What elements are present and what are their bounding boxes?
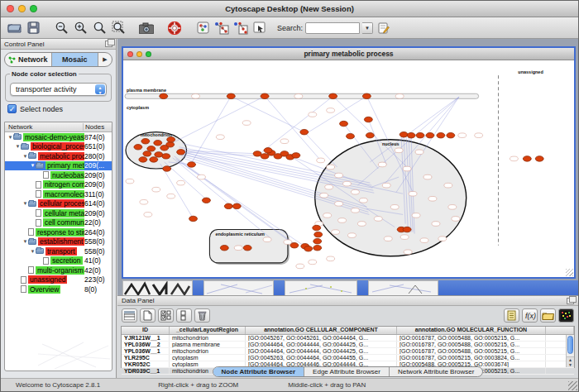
- node-color-select[interactable]: transporter activity ▲▼: [10, 83, 107, 96]
- background-window-fragment[interactable]: [203, 280, 274, 296]
- background-window-border[interactable]: [193, 280, 203, 296]
- delete-attribute-icon[interactable]: [194, 308, 210, 323]
- network-node-selected-color: [264, 148, 272, 153]
- import-attributes-icon[interactable]: [540, 308, 556, 323]
- tree-expander-icon[interactable]: ▼: [30, 249, 36, 254]
- attribute-table-header[interactable]: ID_cellularLayoutRegionannotation.GO CEL…: [122, 327, 574, 335]
- tab-network[interactable]: Network: [5, 53, 52, 66]
- window-resize-grip[interactable]: [568, 381, 577, 390]
- tab-overflow-arrow[interactable]: ▶: [98, 53, 112, 66]
- tree-row[interactable]: ▼transport558(0): [5, 246, 112, 256]
- scrollbar-thumb[interactable]: [567, 336, 573, 354]
- matrix-icon[interactable]: [558, 308, 574, 323]
- network-view-frame[interactable]: primary metabolic process plasma membran…: [122, 46, 576, 279]
- table-row[interactable]: YJR121W__1mitochondrion[GO:0045267, GO:0…: [122, 335, 574, 342]
- tree-row[interactable]: response to stimul264(0): [5, 227, 112, 237]
- tree-expander-icon[interactable]: ▼: [22, 201, 28, 206]
- table-vertical-scrollbar[interactable]: ▲▼: [566, 335, 574, 367]
- network-node-selected-color: [162, 154, 170, 159]
- network-node-selected-color: [134, 145, 142, 150]
- new-attribute-icon[interactable]: [140, 308, 156, 323]
- network-node: [144, 213, 152, 218]
- open-icon[interactable]: [6, 20, 22, 36]
- table-column-header[interactable]: _cellularLayoutRegion: [170, 327, 246, 334]
- tree-rows: ▼mosaic-demo-yeast874(0)▼biological_proc…: [5, 132, 112, 294]
- tree-expander-icon[interactable]: ▼: [22, 154, 28, 159]
- search-dropdown-arrow[interactable]: ▼: [362, 22, 373, 34]
- tree-row[interactable]: ▼biological_process651(0): [5, 142, 112, 152]
- network-node-selected-color: [177, 150, 185, 155]
- function-builder-icon[interactable]: f(x): [522, 308, 538, 323]
- float-panel-icon[interactable]: [105, 41, 112, 47]
- tree-row[interactable]: ▼establishment of lo558(0): [5, 237, 112, 247]
- destroy-view-icon[interactable]: [232, 20, 249, 36]
- attribute-list-icon[interactable]: [504, 308, 519, 323]
- table-column-header[interactable]: annotation.GO MOLECULAR_FUNCTION: [397, 327, 546, 334]
- tree-row[interactable]: multi-organism pro42(0): [5, 265, 112, 275]
- network-node-selected-color: [227, 93, 235, 98]
- tree-row-label: nucleobase-: [50, 171, 84, 179]
- tree-row[interactable]: Overview8(0): [5, 284, 112, 294]
- tab-network-attribute-browser[interactable]: Network Attribute Browser: [390, 367, 482, 376]
- tree-row[interactable]: unassigned223(0): [5, 275, 112, 285]
- help-icon[interactable]: [166, 20, 183, 36]
- search-options-icon[interactable]: [376, 20, 392, 36]
- tree-row-node-count: 264(0): [84, 228, 112, 237]
- table-column-header[interactable]: annotation.GO CELLULAR_COMPONENT: [246, 327, 397, 334]
- tree-row[interactable]: macromolecule311(0): [5, 189, 112, 199]
- tree-row[interactable]: secretion41(0): [5, 256, 112, 266]
- background-window-border[interactable]: [438, 280, 578, 296]
- tree-row[interactable]: ▼mosaic-demo-yeast874(0): [5, 132, 112, 142]
- tree-row[interactable]: cell communicat22(0): [5, 218, 112, 228]
- file-icon: [36, 190, 41, 198]
- tab-edge-attribute-browser[interactable]: Edge Attribute Browser: [304, 367, 390, 376]
- table-row[interactable]: YPL036W__1mitochondrion[GO:0044464, GO:0…: [122, 348, 574, 355]
- table-column-header[interactable]: ID: [122, 327, 170, 334]
- network-canvas[interactable]: plasma membranecytoplasmmitochondrionnuc…: [123, 60, 574, 277]
- float-panel-icon[interactable]: [567, 298, 574, 304]
- tree-row[interactable]: ▼metabolic process280(0): [5, 151, 112, 161]
- tree-row-label: macromolecule: [43, 190, 84, 198]
- zoom-selected-icon[interactable]: [91, 20, 108, 36]
- background-window-fragment[interactable]: [368, 280, 438, 296]
- tab-node-attribute-browser[interactable]: Node Attribute Browser: [213, 367, 305, 376]
- save-icon[interactable]: [25, 20, 41, 36]
- tree-expander-icon[interactable]: ▼: [7, 135, 13, 140]
- zoom-fit-icon[interactable]: [110, 20, 127, 36]
- vizmapper-icon[interactable]: [194, 20, 211, 36]
- tree-col-nodes: Nodes: [84, 123, 112, 131]
- background-window-fragment[interactable]: [122, 280, 193, 296]
- frame-resize-grip[interactable]: [566, 269, 573, 276]
- table-row[interactable]: YLR295Ccytoplasm[GO:0045263, GO:0044464,…: [122, 355, 574, 361]
- tree-row[interactable]: nucleobase-209(0): [5, 170, 112, 180]
- background-window-border[interactable]: [274, 280, 285, 296]
- tree-row[interactable]: cellular metabol209(0): [5, 208, 112, 218]
- zoom-in-icon[interactable]: [72, 20, 89, 36]
- tree-expander-icon[interactable]: ▼: [30, 163, 36, 168]
- attribute-grid-icon[interactable]: [122, 308, 137, 323]
- tree-row[interactable]: ▼primary metabo209(...: [5, 161, 112, 171]
- zoom-out-icon[interactable]: [53, 20, 69, 36]
- unselect-all-attributes-icon[interactable]: [176, 308, 192, 323]
- search-input[interactable]: [305, 22, 360, 34]
- network-node-selected-color: [188, 162, 196, 167]
- background-window-fragment[interactable]: [285, 280, 357, 296]
- table-row[interactable]: YPL036W__2plasma membrane[GO:0044464, GO…: [122, 342, 574, 348]
- annotation-icon[interactable]: [251, 20, 268, 36]
- tree-row[interactable]: nitrogen compo209(0): [5, 180, 112, 190]
- tree-row-node-count: 651(0): [84, 142, 112, 151]
- select-nodes-checkbox[interactable]: ✓: [7, 104, 17, 113]
- tree-expander-icon[interactable]: ▼: [22, 239, 28, 244]
- node-color-selection-group: Node color selection transporter activit…: [5, 70, 112, 102]
- snapshot-icon[interactable]: [138, 20, 155, 36]
- network-frame-titlebar[interactable]: primary metabolic process: [123, 48, 574, 60]
- tree-expander-icon[interactable]: ▼: [15, 144, 21, 149]
- network-tab-icon: [8, 56, 16, 64]
- select-all-attributes-icon[interactable]: [158, 308, 174, 323]
- create-view-icon[interactable]: [213, 20, 230, 36]
- attribute-table[interactable]: ID_cellularLayoutRegionannotation.GO CEL…: [121, 326, 575, 368]
- tree-column-header[interactable]: Network Nodes: [5, 122, 112, 132]
- tree-row[interactable]: ▼cellular process614(0): [5, 199, 112, 209]
- tab-mosaic[interactable]: Mosaic: [52, 53, 99, 66]
- background-window-border[interactable]: [357, 280, 368, 296]
